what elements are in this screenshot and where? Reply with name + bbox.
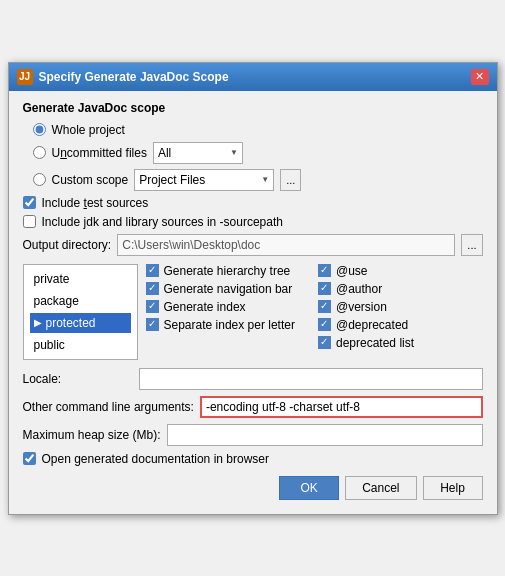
include-jdk-label[interactable]: Include jdk and library sources in -sour… [42,215,283,229]
include-test-sources-row: Include test sources [23,196,483,210]
opt-index-label[interactable]: Generate index [164,300,246,314]
max-heap-row: Maximum heap size (Mb): [23,424,483,446]
custom-scope-browse-button[interactable]: ... [280,169,301,191]
custom-scope-radio[interactable] [33,173,46,186]
output-directory-label: Output directory: [23,238,112,252]
visibility-public[interactable]: public [30,335,131,355]
opt-sep-index-checkbox[interactable] [146,318,159,331]
visibility-protected[interactable]: ▶ protected [30,313,131,333]
help-button[interactable]: Help [423,476,483,500]
include-jdk-checkbox[interactable] [23,215,36,228]
opt-hierarchy-row: Generate hierarchy tree [146,264,311,278]
opt-deprecated-row: @deprecated [318,318,483,332]
ok-button[interactable]: OK [279,476,339,500]
uncommitted-dropdown-value: All [158,146,171,160]
output-directory-row: Output directory: ... [23,234,483,256]
whole-project-label[interactable]: Whole project [52,123,125,137]
locale-row: Locale: [23,368,483,390]
include-jdk-row: Include jdk and library sources in -sour… [23,215,483,229]
opt-version-checkbox[interactable] [318,300,331,313]
visibility-package-label: package [34,294,79,308]
opt-version-label[interactable]: @version [336,300,387,314]
opt-navbar-row: Generate navigation bar [146,282,311,296]
opt-navbar-label[interactable]: Generate navigation bar [164,282,293,296]
custom-scope-label[interactable]: Custom scope [52,173,129,187]
include-test-sources-checkbox[interactable] [23,196,36,209]
opt-navbar-checkbox[interactable] [146,282,159,295]
uncommitted-dropdown[interactable]: All ▼ [153,142,243,164]
cancel-button[interactable]: Cancel [345,476,416,500]
opt-use-row: @use [318,264,483,278]
dialog-window: JJ Specify Generate JavaDoc Scope ✕ Gene… [8,62,498,515]
open-browser-label[interactable]: Open generated documentation in browser [42,452,269,466]
button-row: OK Cancel Help [23,476,483,504]
max-heap-label: Maximum heap size (Mb): [23,428,161,442]
options-col-1: Generate hierarchy tree Generate navigat… [146,264,311,360]
whole-project-radio[interactable] [33,123,46,136]
other-args-row: Other command line arguments: [23,396,483,418]
opt-hierarchy-checkbox[interactable] [146,264,159,277]
title-bar-left: JJ Specify Generate JavaDoc Scope [17,69,229,85]
opt-use-label[interactable]: @use [336,264,368,278]
open-browser-checkbox[interactable] [23,452,36,465]
dialog-icon: JJ [17,69,33,85]
opt-author-label[interactable]: @author [336,282,382,296]
other-args-input[interactable] [200,396,483,418]
opt-version-row: @version [318,300,483,314]
uncommitted-files-row: Uncommitted files All ▼ [33,142,483,164]
opt-deprecated-checkbox[interactable] [318,318,331,331]
dialog-title: Specify Generate JavaDoc Scope [39,70,229,84]
opt-sep-index-row: Separate index per letter [146,318,311,332]
main-area: private package ▶ protected public [23,264,483,360]
opt-deprecated-list-row: deprecated list [318,336,483,350]
visibility-public-label: public [34,338,65,352]
opt-author-checkbox[interactable] [318,282,331,295]
opt-sep-index-label[interactable]: Separate index per letter [164,318,295,332]
output-directory-input[interactable] [117,234,455,256]
locale-label: Locale: [23,372,133,386]
include-test-sources-label[interactable]: Include test sources [42,196,149,210]
open-browser-row: Open generated documentation in browser [23,452,483,466]
arrow-right-icon: ▶ [34,317,42,328]
max-heap-input[interactable] [167,424,483,446]
visibility-panel: private package ▶ protected public [23,264,138,360]
custom-scope-dropdown[interactable]: Project Files ▼ [134,169,274,191]
other-args-label: Other command line arguments: [23,400,194,414]
section-title: Generate JavaDoc scope [23,101,483,115]
dialog-content: Generate JavaDoc scope Whole project Unc… [9,91,497,514]
opt-use-checkbox[interactable] [318,264,331,277]
opt-index-row: Generate index [146,300,311,314]
chevron-down-icon-2: ▼ [261,175,269,184]
chevron-down-icon: ▼ [230,148,238,157]
opt-author-row: @author [318,282,483,296]
opt-deprecated-label[interactable]: @deprecated [336,318,408,332]
uncommitted-label-text: Uncommitted files [52,146,147,160]
visibility-private-label: private [34,272,70,286]
opt-hierarchy-label[interactable]: Generate hierarchy tree [164,264,291,278]
whole-project-row: Whole project [33,123,483,137]
visibility-protected-label: protected [46,316,96,330]
locale-input[interactable] [139,368,483,390]
custom-scope-row: Custom scope Project Files ▼ ... [33,169,483,191]
output-directory-browse-button[interactable]: ... [461,234,482,256]
opt-deprecated-list-checkbox[interactable] [318,336,331,349]
close-button[interactable]: ✕ [471,69,489,85]
uncommitted-files-radio[interactable] [33,146,46,159]
visibility-private[interactable]: private [30,269,131,289]
opt-deprecated-list-label[interactable]: deprecated list [336,336,414,350]
opt-index-checkbox[interactable] [146,300,159,313]
uncommitted-files-label[interactable]: Uncommitted files [52,146,147,160]
visibility-package[interactable]: package [30,291,131,311]
options-col-2: @use @author @version @deprecated [318,264,483,360]
options-panel: Generate hierarchy tree Generate navigat… [146,264,483,360]
title-bar: JJ Specify Generate JavaDoc Scope ✕ [9,63,497,91]
custom-scope-dropdown-value: Project Files [139,173,205,187]
